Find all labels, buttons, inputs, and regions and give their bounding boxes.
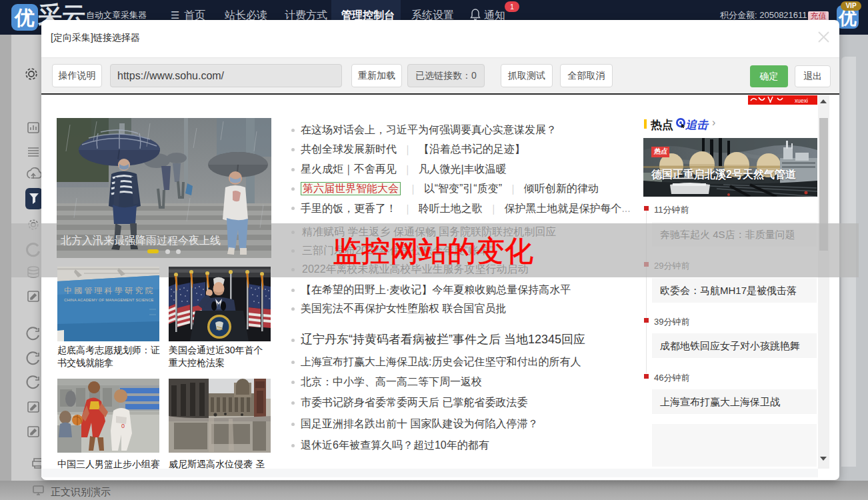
- svg-text:0: 0: [121, 423, 125, 429]
- svg-text:中國管理科學研究院: 中國管理科學研究院: [64, 286, 155, 295]
- svg-text:xuexi: xuexi: [795, 97, 808, 104]
- svg-text:CHINA ACADEMY OF MANAGEMENT SC: CHINA ACADEMY OF MANAGEMENT SCIENCE: [64, 298, 154, 302]
